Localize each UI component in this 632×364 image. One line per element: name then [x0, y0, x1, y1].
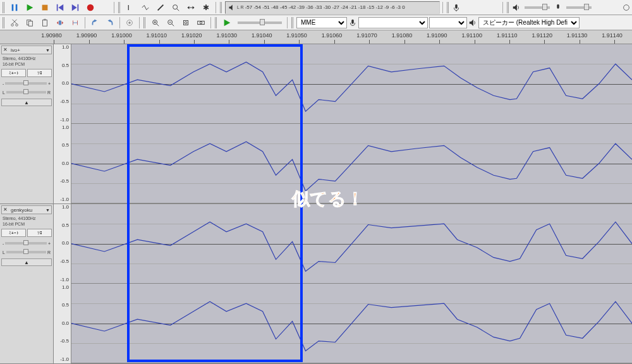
track-header[interactable]: ✕ genkyoku ▼ — [1, 205, 52, 214]
sync-lock-button[interactable] — [123, 16, 137, 29]
recording-device-dropdown[interactable] — [358, 17, 428, 28]
slider-minus-label: - — [3, 241, 4, 246]
multi-tool[interactable]: ✱ — [199, 1, 213, 14]
ruler-label: 1.90990 — [76, 32, 97, 39]
track-vertical-ruler: 1.00.50.0-0.5-1.01.00.50.0-0.5-1.0 — [54, 204, 71, 363]
mic-icon — [348, 18, 357, 27]
skip-end-button[interactable] — [68, 1, 82, 14]
play-button[interactable] — [23, 1, 37, 14]
gain-slider[interactable] — [5, 242, 47, 245]
vruler-label: -1.0 — [60, 356, 69, 362]
vruler-label: -0.5 — [60, 338, 69, 344]
vruler-label: -1.0 — [60, 277, 69, 282]
collapse-button[interactable]: ▲ — [1, 258, 52, 266]
close-track-button[interactable]: ✕ — [3, 47, 9, 53]
cut-button[interactable] — [8, 16, 21, 29]
vruler-label: 0.5 — [62, 302, 69, 308]
playback-device-dropdown[interactable]: スピーカー (Realtek High Defini — [478, 17, 580, 28]
tracks-area: 似てる！ ✕ ivo+ ▼ Stereo, 44100Hz 16-bit PCM… — [0, 44, 632, 364]
record-button[interactable] — [83, 1, 97, 14]
toolbar-grip[interactable] — [118, 2, 121, 13]
toolbar-grip[interactable] — [447, 2, 449, 13]
svg-rect-28 — [28, 21, 32, 26]
svg-text:I: I — [128, 3, 130, 11]
timeline-ruler[interactable]: 1.909801.909901.910001.910101.910201.910… — [0, 30, 632, 44]
toolbar-grip[interactable] — [291, 17, 294, 28]
ruler-label: 1.91100 — [462, 32, 483, 39]
audio-host-dropdown[interactable]: MME — [296, 17, 347, 28]
collapse-button[interactable]: ▲ — [1, 99, 52, 106]
undo-button[interactable] — [88, 16, 102, 29]
track-vertical-ruler: 1.00.50.0-0.5-1.01.00.50.0-0.5-1.0 — [54, 44, 71, 203]
svg-marker-33 — [94, 19, 97, 21]
draw-tool[interactable] — [154, 1, 167, 14]
toolbar-grip[interactable] — [215, 17, 217, 28]
svg-marker-5 — [58, 4, 63, 11]
ruler-label: 1.91130 — [567, 32, 588, 39]
track-waveform[interactable] — [71, 204, 632, 363]
toolbar-grip[interactable] — [143, 17, 146, 28]
ruler-label: 1.91120 — [532, 32, 552, 39]
playback-meter[interactable]: L R -57 -54 -51 -48 -45 -42 -39 -36 -33 … — [225, 1, 440, 14]
ruler-label: 1.90980 — [41, 32, 62, 39]
recording-channels-dropdown[interactable] — [429, 17, 467, 28]
track-menu-arrow[interactable]: ▼ — [46, 208, 50, 212]
stop-button[interactable] — [38, 1, 52, 14]
track-menu-arrow[interactable]: ▼ — [46, 48, 50, 52]
svg-rect-21 — [557, 4, 559, 8]
vruler-label: 0.5 — [62, 222, 69, 228]
svg-line-40 — [157, 23, 159, 26]
svg-line-12 — [177, 8, 179, 11]
ruler-label: 1.91040 — [252, 32, 272, 39]
scrub-icon — [622, 3, 631, 12]
play-at-speed-button[interactable] — [220, 16, 234, 29]
track-header[interactable]: ✕ ivo+ ▼ — [1, 46, 52, 54]
mute-button[interactable]: ﾐｭｰﾄ — [1, 229, 26, 237]
trim-button[interactable] — [53, 16, 67, 29]
toolbar-grip[interactable] — [3, 2, 5, 13]
toolbar-grip[interactable] — [507, 2, 509, 13]
timeshift-tool[interactable] — [184, 1, 198, 14]
slider-r-label: R — [47, 250, 51, 255]
transport-toolbar: I ✱ L R -57 -54 -51 -48 -45 -42 -39 -36 … — [0, 0, 632, 15]
selection-tool[interactable]: I — [123, 1, 137, 14]
track-waveform[interactable] — [71, 44, 632, 203]
ruler-label: 1.91090 — [427, 32, 447, 39]
vruler-label: 0.0 — [62, 240, 69, 246]
solo-button[interactable]: ｿﾛ — [27, 69, 52, 77]
silence-button[interactable] — [68, 16, 82, 29]
toolbar-grip[interactable] — [3, 17, 5, 28]
copy-button[interactable] — [23, 16, 37, 29]
gain-slider[interactable] — [5, 82, 47, 85]
svg-rect-44 — [184, 20, 188, 25]
svg-rect-0 — [12, 4, 14, 11]
zoom-out-button[interactable] — [164, 16, 178, 29]
audio-track: ✕ ivo+ ▼ Stereo, 44100Hz 16-bit PCM ﾐｭｰﾄ… — [0, 44, 632, 204]
svg-rect-18 — [455, 4, 458, 8]
output-volume-slider[interactable] — [525, 6, 550, 9]
ruler-label: 1.91110 — [497, 32, 518, 39]
zoom-in-button[interactable] — [149, 16, 162, 29]
redo-button[interactable] — [103, 16, 117, 29]
input-volume-slider[interactable] — [566, 6, 592, 9]
pause-button[interactable] — [8, 1, 21, 14]
toolbar-grip[interactable] — [220, 2, 222, 13]
slider-r-label: R — [47, 90, 51, 95]
solo-button[interactable]: ｿﾛ — [27, 229, 52, 237]
zoom-tool[interactable] — [169, 1, 183, 14]
skip-start-button[interactable] — [53, 1, 67, 14]
vruler-label: 0.0 — [62, 320, 69, 326]
pan-slider[interactable] — [6, 91, 46, 94]
mute-button[interactable]: ﾐｭｰﾄ — [1, 69, 26, 77]
playback-speed-slider[interactable] — [238, 21, 282, 24]
vruler-label: -1.0 — [60, 197, 69, 202]
fit-selection-button[interactable] — [179, 16, 193, 29]
envelope-tool[interactable] — [138, 1, 152, 14]
paste-button[interactable] — [38, 16, 52, 29]
svg-marker-34 — [108, 19, 111, 21]
close-track-button[interactable]: ✕ — [3, 207, 9, 213]
edit-toolbar: MME スピーカー (Realtek High Defini — [0, 15, 632, 30]
pan-slider[interactable] — [6, 251, 46, 253]
track-name: genkyoku — [11, 207, 44, 213]
fit-project-button[interactable] — [194, 16, 208, 29]
